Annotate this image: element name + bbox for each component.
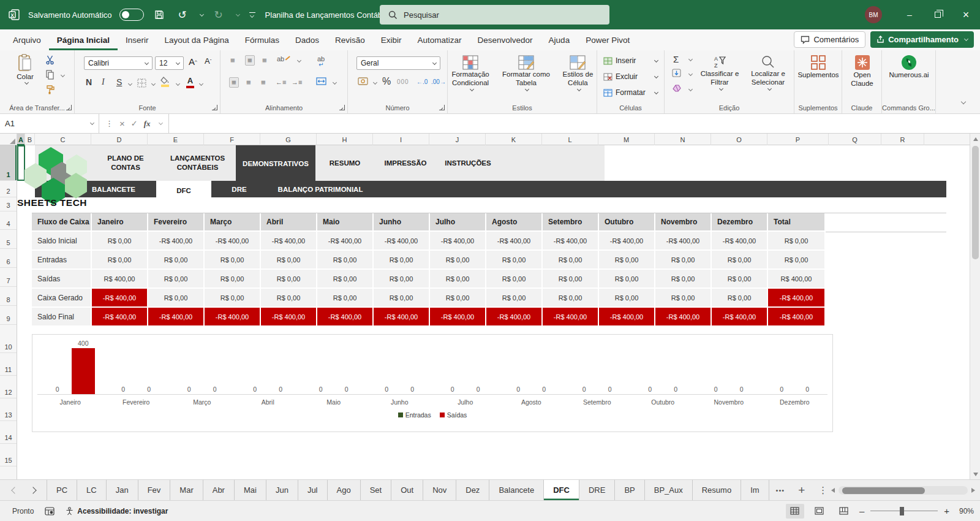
sheet-tab-mai[interactable]: Mai [235, 480, 266, 500]
delete-cells-button[interactable]: Excluir [597, 69, 664, 85]
value-cell[interactable]: -R$ 400,00 [374, 308, 430, 327]
sheet-tab-mar[interactable]: Mar [170, 480, 203, 500]
sub-tab-balancete[interactable]: BALANCETE [85, 181, 143, 197]
ribbon-tab-desenvolvedor[interactable]: Desenvolvedor [470, 29, 541, 50]
ribbon-tab-revisao[interactable]: Revisão [327, 29, 373, 50]
sheet-tab-jun[interactable]: Jun [266, 480, 298, 500]
row-header-3[interactable]: 3 [0, 197, 17, 211]
number-format-select[interactable]: Geral [356, 56, 440, 70]
zoom-in-icon[interactable]: + [944, 506, 949, 516]
scroll-right-icon[interactable] [971, 488, 975, 493]
row-header-13[interactable]: 13 [0, 398, 17, 421]
font-color-button[interactable]: A [186, 76, 194, 88]
sheet-tab-dre[interactable]: DRE [579, 480, 615, 500]
value-cell[interactable]: R$ 0,00 [374, 251, 430, 270]
value-cell[interactable]: R$ 0,00 [317, 289, 374, 308]
column-header-n[interactable]: N [655, 134, 711, 145]
align-center-button[interactable]: ≡ [246, 78, 251, 86]
value-cell[interactable]: R$ 0,00 [261, 289, 317, 308]
vertical-scrollbar[interactable] [970, 134, 980, 479]
row-header-6[interactable]: 6 [0, 249, 17, 268]
column-header-l[interactable]: L [542, 134, 598, 145]
horizontal-scroll-thumb[interactable] [842, 487, 925, 494]
value-cell[interactable]: -R$ 400,00 [543, 232, 599, 251]
value-cell[interactable]: -R$ 400,00 [599, 308, 655, 327]
ribbon-tab-ajuda[interactable]: Ajuda [541, 29, 578, 50]
sort-filter-button[interactable]: AZ Classificar e Filtrar [696, 55, 743, 91]
ribbon-tab-exibir[interactable]: Exibir [373, 29, 410, 50]
addins-button[interactable]: Suplementos [797, 55, 840, 79]
cell-styles-button[interactable]: Estilos de Célula [559, 55, 597, 92]
sheet-tab-ago[interactable]: Ago [328, 480, 361, 500]
column-header-e[interactable]: E [148, 134, 204, 145]
alignment-dialog-launcher-icon[interactable] [339, 105, 345, 110]
grow-font-button[interactable]: A^ [189, 56, 197, 67]
next-sheet-icon[interactable] [29, 487, 36, 493]
sub-tab-dfc[interactable]: DFC [156, 181, 211, 200]
accounting-caret-icon[interactable] [373, 80, 377, 85]
row-label-cell[interactable]: Entradas [32, 251, 92, 270]
close-button[interactable]: × [952, 0, 980, 29]
clear-button[interactable] [673, 85, 681, 92]
page-layout-view-icon[interactable] [810, 504, 829, 519]
format-painter-icon[interactable] [45, 85, 55, 94]
sheet-tab-resumo[interactable]: Resumo [693, 480, 741, 500]
row-header-11[interactable]: 11 [0, 353, 17, 376]
numerous-ai-button[interactable]: Numerous.ai [887, 55, 931, 79]
value-cell[interactable]: R$ 0,00 [92, 232, 148, 251]
column-header-h[interactable]: H [317, 134, 373, 145]
orientation-caret-icon[interactable] [297, 58, 301, 63]
nav-tab-instrucoes[interactable]: INSTRUÇÕES [438, 145, 498, 181]
row-header-8[interactable]: 8 [0, 287, 17, 306]
accounting-format-button[interactable] [358, 77, 368, 85]
value-cell[interactable]: R$ 0,00 [205, 251, 261, 270]
ribbon-tab-dados[interactable]: Dados [287, 29, 327, 50]
value-cell[interactable]: R$ 400,00 [768, 270, 826, 289]
value-cell[interactable]: R$ 0,00 [148, 251, 205, 270]
formula-input[interactable] [169, 114, 980, 133]
page-break-view-icon[interactable] [835, 504, 853, 519]
value-cell[interactable]: -R$ 400,00 [148, 308, 205, 327]
sheet-tab-nov[interactable]: Nov [423, 480, 456, 500]
increase-decimal-button[interactable]: ←.0 [417, 78, 428, 85]
open-claude-button[interactable]: Open Claude [845, 55, 880, 88]
row-header-10[interactable]: 10 [0, 325, 17, 353]
user-avatar[interactable]: BM [865, 6, 882, 23]
column-header-g[interactable]: G [260, 134, 317, 145]
comments-button[interactable]: Comentários [794, 31, 865, 48]
value-cell[interactable]: R$ 0,00 [768, 251, 826, 270]
clear-caret-icon[interactable] [688, 87, 693, 91]
insert-function-icon[interactable]: fx [144, 119, 151, 129]
scroll-up-icon[interactable] [970, 134, 980, 144]
autosum-button[interactable]: Σ [673, 54, 679, 64]
excel-app-icon[interactable]: X [7, 8, 21, 21]
value-cell[interactable]: R$ 0,00 [430, 289, 486, 308]
percent-button[interactable]: % [382, 76, 391, 87]
value-cell[interactable]: -R$ 400,00 [486, 308, 543, 327]
undo-icon[interactable]: ↺ [175, 7, 190, 23]
value-cell[interactable]: R$ 0,00 [599, 251, 655, 270]
sheet-tab-fev[interactable]: Fev [138, 480, 171, 500]
sheet-tab-jan[interactable]: Jan [107, 480, 138, 500]
align-bottom-button[interactable]: ≡ [262, 56, 267, 64]
value-cell[interactable]: R$ 0,00 [92, 251, 148, 270]
shrink-font-button[interactable]: Aˇ [205, 56, 211, 66]
cash-flow-chart[interactable]: 0400Janeiro00Fevereiro00Março00Abril00Ma… [32, 334, 833, 432]
row-label-cell[interactable]: Saídas [32, 270, 92, 289]
column-header-r[interactable]: R [881, 134, 924, 145]
paste-button[interactable]: Colar [11, 54, 39, 85]
sub-tab-balanco-patrimonial[interactable]: BALANÇO PATRIMONIAL [274, 181, 366, 197]
column-header-d[interactable]: D [91, 134, 148, 145]
ribbon-tab-arquivo[interactable]: Arquivo [5, 29, 49, 50]
sheet-tab-im[interactable]: Im [741, 480, 769, 500]
ribbon-tab-inserir[interactable]: Inserir [118, 29, 157, 50]
cut-icon[interactable] [45, 55, 55, 65]
value-cell[interactable]: -R$ 400,00 [655, 308, 712, 327]
font-color-caret-icon[interactable] [199, 82, 203, 86]
sheet-tab-lc[interactable]: LC [77, 480, 107, 500]
value-cell[interactable]: R$ 0,00 [486, 289, 543, 308]
row-header-5[interactable]: 5 [0, 230, 17, 249]
find-select-button[interactable]: Localizar e Selecionar [744, 55, 792, 91]
record-macro-icon[interactable] [45, 507, 55, 515]
column-header-b[interactable]: B [25, 134, 35, 145]
